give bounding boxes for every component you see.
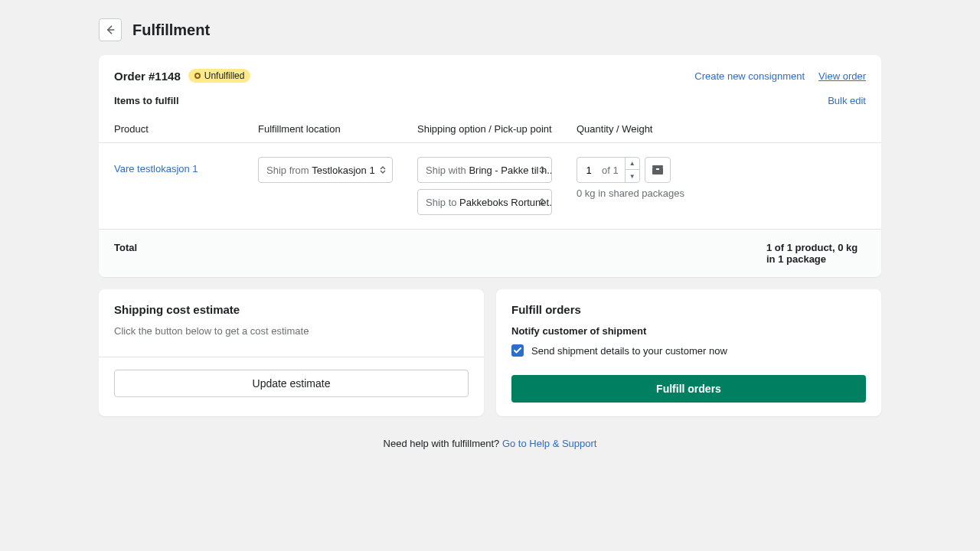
quantity-input[interactable]	[577, 165, 600, 176]
order-number: Order #1148	[114, 70, 181, 83]
fulfill-orders-card: Fulfill orders Notify customer of shipme…	[496, 289, 881, 416]
pickup-point-select[interactable]: Ship to Pakkeboks Rortunet...	[417, 189, 552, 215]
shipping-estimate-card: Shipping cost estimate Click the button …	[99, 289, 484, 416]
package-button[interactable]	[645, 157, 671, 183]
quantity-of-label: of 1	[600, 165, 625, 176]
col-shipping: Shipping option / Pick-up point	[417, 123, 570, 135]
shipping-option-select[interactable]: Ship with Bring - Pakke til h...	[417, 157, 552, 183]
select-chevrons-icon	[539, 166, 545, 174]
items-to-fulfill-label: Items to fulfill	[114, 95, 179, 106]
total-row: Total 1 of 1 product, 0 kg in 1 package	[99, 229, 881, 277]
page-title: Fulfillment	[132, 21, 210, 39]
checkmark-icon	[514, 347, 521, 354]
order-card: Order #1148 Unfulfilled Create new consi…	[99, 55, 881, 277]
col-qty: Quantity / Weight	[577, 123, 866, 135]
status-dot-icon	[194, 73, 201, 79]
select-chevrons-icon	[539, 198, 545, 206]
ship-from-value: Testlokasjon 1	[312, 165, 374, 176]
update-estimate-button[interactable]: Update estimate	[114, 370, 469, 397]
total-summary: 1 of 1 product, 0 kg in 1 package	[766, 242, 866, 265]
fulfillment-location-select[interactable]: Ship from Testlokasjon 1	[258, 157, 393, 183]
estimate-title: Shipping cost estimate	[114, 303, 469, 316]
product-link[interactable]: Vare testlokasjon 1	[114, 157, 252, 174]
back-button[interactable]	[99, 18, 122, 41]
fulfill-orders-button[interactable]: Fulfill orders	[511, 375, 866, 403]
svg-rect-2	[652, 165, 663, 168]
bulk-edit-link[interactable]: Bulk edit	[828, 95, 866, 106]
divider	[99, 357, 484, 357]
package-icon	[652, 165, 664, 175]
ship-with-prefix: Ship with	[426, 165, 466, 176]
create-consignment-link[interactable]: Create new consignment	[694, 70, 805, 82]
fulfill-title: Fulfill orders	[511, 303, 866, 316]
total-label: Total	[114, 242, 137, 265]
quantity-stepper[interactable]: of 1 ▲ ▼	[577, 157, 640, 183]
view-order-link[interactable]: View order	[818, 70, 866, 82]
col-product: Product	[114, 123, 252, 135]
table-row: Vare testlokasjon 1 Ship from Testlokasj…	[99, 143, 881, 229]
col-location: Fulfillment location	[258, 123, 411, 135]
qty-increment[interactable]: ▲	[626, 158, 639, 170]
footer-help: Need help with fulfillment? Go to Help &…	[99, 438, 881, 449]
notify-checkbox[interactable]	[511, 344, 524, 357]
select-chevrons-icon	[380, 166, 386, 174]
status-badge: Unfulfilled	[188, 69, 251, 83]
ship-from-prefix: Ship from	[266, 165, 309, 176]
notify-label: Notify customer of shipment	[511, 325, 866, 337]
ship-to-prefix: Ship to	[426, 197, 456, 208]
notify-checkbox-label: Send shipment details to your customer n…	[531, 345, 727, 357]
estimate-text: Click the button below to get a cost est…	[114, 325, 469, 337]
svg-rect-3	[656, 168, 659, 170]
status-label: Unfulfilled	[204, 70, 245, 81]
qty-decrement[interactable]: ▼	[626, 170, 639, 182]
help-support-link[interactable]: Go to Help & Support	[502, 438, 597, 449]
footer-text: Need help with fulfillment?	[384, 438, 502, 449]
arrow-left-icon	[104, 24, 116, 36]
table-header: Product Fulfillment location Shipping op…	[99, 116, 881, 143]
shared-packages-text: 0 kg in shared packages	[577, 187, 866, 199]
ship-to-value: Pakkeboks Rortunet...	[459, 197, 552, 208]
